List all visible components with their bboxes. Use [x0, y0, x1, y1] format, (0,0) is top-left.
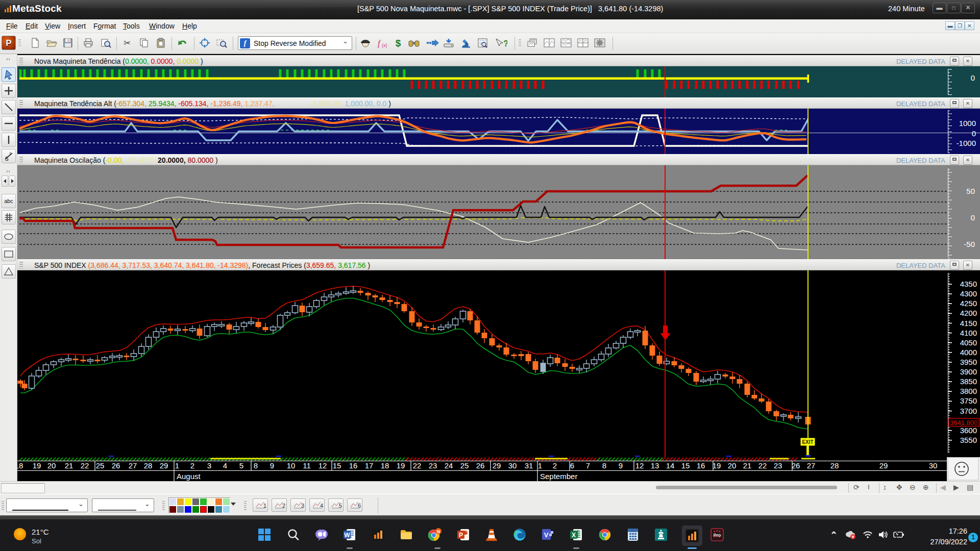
svg-text:3900: 3900	[960, 367, 977, 376]
svg-text:29: 29	[493, 461, 501, 470]
svg-text:28: 28	[830, 461, 839, 470]
svg-text:26: 26	[476, 461, 485, 470]
svg-text:3700: 3700	[960, 407, 977, 415]
svg-text:-50: -50	[964, 240, 975, 248]
svg-text:1: 1	[263, 503, 266, 509]
svg-text:8: 8	[602, 461, 606, 470]
svg-text:4300: 4300	[960, 289, 977, 298]
svg-text:4200: 4200	[960, 309, 977, 317]
svg-text:29: 29	[879, 461, 888, 470]
svg-text:16: 16	[349, 461, 358, 470]
svg-text:5: 5	[339, 503, 342, 509]
svg-text:September: September	[540, 472, 577, 481]
svg-text:3550: 3550	[960, 436, 977, 444]
svg-text:1: 1	[538, 461, 542, 470]
svg-text:19: 19	[397, 461, 405, 470]
svg-text:19: 19	[713, 461, 721, 470]
svg-text:0: 0	[971, 73, 975, 82]
svg-text:4150: 4150	[960, 319, 977, 328]
svg-text:27: 27	[807, 461, 816, 470]
svg-text:(x): (x)	[382, 43, 387, 48]
svg-text:24: 24	[445, 461, 453, 470]
svg-text:6: 6	[358, 503, 361, 509]
svg-text:N: N	[437, 529, 440, 534]
svg-text:12: 12	[318, 461, 327, 470]
svg-text:9: 9	[270, 461, 274, 470]
svg-text:15: 15	[681, 461, 690, 470]
svg-text:25: 25	[96, 461, 105, 470]
svg-text:1000: 1000	[959, 119, 976, 128]
svg-text:f: f	[378, 38, 381, 48]
svg-text:4: 4	[320, 503, 323, 509]
svg-text:28: 28	[144, 461, 153, 470]
svg-text:21: 21	[65, 461, 74, 470]
svg-text:$: $	[396, 38, 401, 48]
svg-text:30: 30	[508, 461, 517, 470]
svg-text:23: 23	[774, 461, 782, 470]
svg-text:3850: 3850	[960, 377, 977, 386]
svg-text:27: 27	[129, 461, 137, 470]
svg-text:0: 0	[971, 213, 975, 222]
svg-text:6: 6	[570, 461, 574, 470]
svg-text:50: 50	[966, 187, 975, 195]
svg-text:18: 18	[381, 461, 389, 470]
svg-text:P: P	[459, 532, 463, 539]
svg-text:12: 12	[635, 461, 644, 470]
svg-text:?: ?	[503, 39, 507, 48]
svg-text:22: 22	[758, 461, 767, 470]
svg-text:29: 29	[160, 461, 168, 470]
svg-text:25: 25	[460, 461, 469, 470]
svg-text:S: S	[5, 156, 9, 161]
svg-text:9: 9	[619, 461, 623, 470]
svg-text:X: X	[572, 532, 576, 539]
svg-text:20: 20	[728, 461, 737, 470]
svg-text:4100: 4100	[960, 329, 977, 337]
svg-text:3: 3	[207, 461, 211, 470]
svg-text:16: 16	[697, 461, 705, 470]
svg-text:0: 0	[972, 129, 976, 138]
svg-text:20: 20	[47, 461, 56, 470]
svg-text:26: 26	[112, 461, 120, 470]
svg-text:23: 23	[429, 461, 437, 470]
svg-text:✂: ✂	[124, 38, 131, 48]
svg-text:11: 11	[303, 461, 311, 470]
svg-text:4250: 4250	[960, 299, 977, 308]
svg-text:10: 10	[287, 461, 296, 470]
svg-text:3: 3	[301, 503, 304, 509]
svg-text:3600: 3600	[960, 426, 977, 435]
svg-text:22: 22	[413, 461, 422, 470]
svg-text:19: 19	[33, 461, 41, 470]
svg-text:31: 31	[525, 461, 533, 470]
svg-text:4000: 4000	[960, 348, 977, 357]
svg-text:5: 5	[239, 461, 243, 470]
svg-text:2: 2	[282, 503, 285, 509]
svg-text:Pro: Pro	[713, 533, 721, 538]
svg-text:abc: abc	[4, 198, 13, 204]
svg-text:4: 4	[223, 461, 227, 470]
svg-text:26: 26	[792, 461, 800, 470]
svg-text:EXIT: EXIT	[802, 439, 813, 445]
svg-text:1: 1	[175, 461, 179, 470]
svg-text:-1000: -1000	[957, 139, 976, 147]
svg-text:August: August	[177, 472, 201, 481]
svg-text:3641.800: 3641.800	[950, 419, 977, 427]
svg-text:2: 2	[190, 461, 194, 470]
svg-text:2: 2	[553, 461, 557, 470]
svg-text:W: W	[344, 532, 350, 539]
svg-text:13: 13	[651, 461, 659, 470]
svg-text:22: 22	[81, 461, 89, 470]
svg-text:4050: 4050	[960, 338, 977, 347]
svg-text:17: 17	[365, 461, 374, 470]
svg-text:30: 30	[929, 461, 938, 470]
svg-text:3950: 3950	[960, 358, 977, 366]
svg-text:8: 8	[254, 461, 258, 470]
svg-text:4350: 4350	[960, 280, 977, 288]
svg-text:V: V	[544, 531, 549, 539]
svg-text:15: 15	[333, 461, 341, 470]
svg-text:7: 7	[586, 461, 590, 470]
svg-text:3800: 3800	[960, 387, 977, 395]
svg-text:3750: 3750	[960, 396, 977, 405]
svg-text:21: 21	[743, 461, 752, 470]
svg-text:14: 14	[666, 461, 675, 470]
